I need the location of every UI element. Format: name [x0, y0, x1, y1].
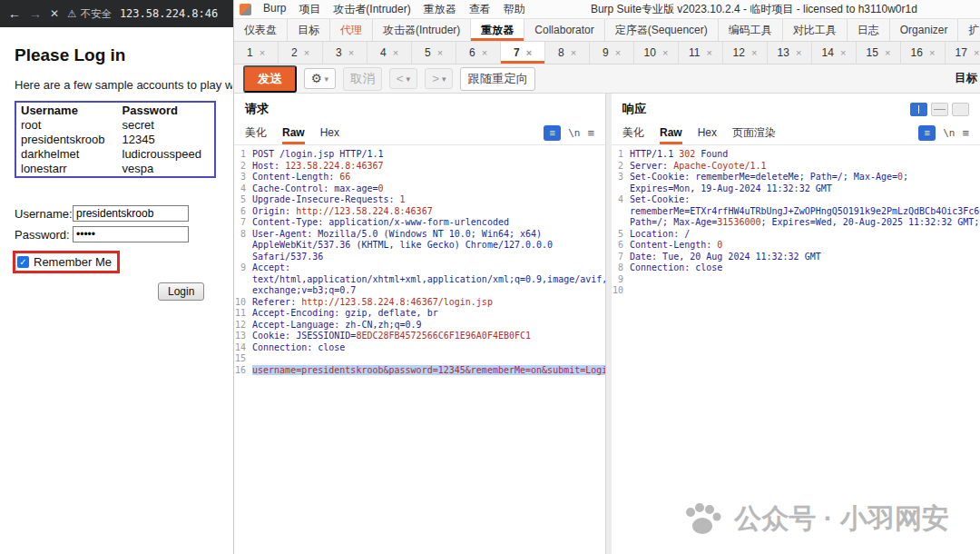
code-line[interactable]: 15: [234, 353, 605, 365]
send-button[interactable]: 发送: [243, 65, 297, 93]
repeater-tab[interactable]: 2×: [279, 42, 323, 64]
menu-item[interactable]: Burp: [257, 2, 292, 17]
password-field[interactable]: [73, 226, 189, 242]
close-tab-icon[interactable]: ×: [662, 47, 668, 58]
repeater-tab[interactable]: 15×: [857, 42, 901, 64]
close-tab-icon[interactable]: ×: [885, 47, 890, 58]
close-tab-icon[interactable]: ×: [615, 47, 621, 58]
code-line[interactable]: 6Origin: http://123.58.224.8:46367: [234, 206, 605, 218]
close-tab-icon[interactable]: ×: [260, 47, 265, 58]
main-tab[interactable]: Organizer: [890, 19, 959, 41]
menu-item[interactable]: 帮助: [497, 2, 532, 17]
repeater-tab[interactable]: 14×: [812, 42, 857, 64]
code-line[interactable]: 4Cache-Control: max-age=0: [234, 183, 605, 195]
close-tab-icon[interactable]: ×: [974, 47, 979, 58]
repeater-tab[interactable]: 13×: [768, 42, 812, 64]
editor-tab[interactable]: Raw: [660, 121, 682, 144]
repeater-tab[interactable]: 11×: [679, 42, 723, 64]
code-line[interactable]: 10Referer: http://123.58.224.8:46367/log…: [234, 297, 605, 309]
repeater-tab[interactable]: 16×: [901, 42, 946, 64]
close-tab-icon[interactable]: ×: [393, 47, 398, 58]
repeater-tab[interactable]: 12×: [723, 42, 768, 64]
code-line[interactable]: 16username=presidentskroob&password=1234…: [234, 365, 605, 377]
repeater-tab[interactable]: 1×: [234, 42, 279, 64]
main-tab[interactable]: 对比工具: [783, 19, 848, 41]
close-tab-icon[interactable]: ×: [840, 47, 846, 58]
editor-tab[interactable]: 美化: [245, 121, 267, 144]
main-tab[interactable]: 仪表盘: [234, 19, 288, 41]
code-line[interactable]: 2Server: Apache-Coyote/1.1: [612, 161, 980, 173]
request-editor[interactable]: 1POST /login.jsp HTTP/1.12Host: 123.58.2…: [234, 145, 605, 554]
code-line[interactable]: 6Content-Length: 0: [612, 240, 980, 252]
menu-item[interactable]: 重放器: [417, 2, 463, 17]
code-line[interactable]: 2Host: 123.58.224.8:46367: [234, 161, 605, 173]
code-line[interactable]: 14Connection: close: [234, 342, 605, 354]
close-tab-icon[interactable]: ×: [571, 47, 576, 58]
close-tab-icon[interactable]: ×: [437, 47, 443, 58]
repeater-tab[interactable]: 9×: [590, 42, 634, 64]
code-line[interactable]: 13Cookie: JSESSIONID=8EDC28FB4572566C6F1…: [234, 331, 605, 342]
security-warning[interactable]: ⚠ 不安全: [67, 7, 112, 21]
main-tab[interactable]: 代理: [330, 19, 373, 41]
editor-options-icon[interactable]: ≡: [544, 125, 561, 141]
main-tab[interactable]: 日志: [848, 19, 890, 41]
code-line[interactable]: 3Set-Cookie: rememberMe=deleteMe; Path=/…: [612, 172, 980, 194]
main-tab[interactable]: 重放器: [471, 19, 524, 41]
username-field[interactable]: [73, 205, 189, 222]
newline-toggle-icon[interactable]: \n: [568, 127, 580, 139]
code-line[interactable]: 4Set-Cookie: rememberMe=ETXr4rfHW4uTRbUn…: [612, 194, 980, 229]
menu-item[interactable]: 攻击者(Intruder): [327, 2, 416, 17]
editor-tab[interactable]: Hex: [698, 121, 717, 144]
code-line[interactable]: 1POST /login.jsp HTTP/1.1: [234, 149, 605, 161]
close-tab-icon[interactable]: ×: [707, 47, 712, 58]
layout-columns-icon[interactable]: [910, 103, 927, 116]
code-line[interactable]: 5Location: /: [612, 229, 980, 241]
code-line[interactable]: 10: [612, 285, 980, 297]
history-back-button[interactable]: < ▾: [389, 68, 417, 89]
address-bar[interactable]: 123.58.224.8:46: [120, 7, 225, 20]
editor-options-icon[interactable]: ≡: [918, 125, 936, 141]
repeater-tab[interactable]: 7×: [501, 42, 545, 64]
menu-item[interactable]: 查看: [463, 2, 497, 17]
layout-single-icon[interactable]: [952, 103, 969, 116]
repeater-tab[interactable]: 5×: [412, 42, 456, 64]
code-line[interactable]: 9Accept: text/html,application/xhtml+xml…: [234, 262, 605, 297]
code-line[interactable]: 3Content-Length: 66: [234, 172, 605, 183]
close-tab-icon[interactable]: ×: [482, 47, 487, 58]
editor-tab[interactable]: Raw: [282, 121, 305, 144]
main-tab[interactable]: 扩展: [958, 19, 980, 41]
main-tab[interactable]: 攻击器(Intruder): [373, 19, 471, 41]
layout-rows-icon[interactable]: [931, 103, 948, 116]
follow-redirect-button[interactable]: 跟随重定向: [460, 67, 535, 91]
code-line[interactable]: 7Date: Tue, 20 Aug 2024 11:32:32 GMT: [612, 252, 980, 263]
back-icon[interactable]: ←: [8, 6, 21, 21]
cancel-button[interactable]: 取消: [343, 67, 382, 91]
close-tab-icon[interactable]: ×: [751, 47, 757, 58]
editor-menu-icon[interactable]: ≡: [587, 126, 594, 140]
code-line[interactable]: 8Connection: close: [612, 262, 980, 274]
menu-item[interactable]: 项目: [292, 2, 327, 17]
close-tab-icon[interactable]: ×: [796, 47, 801, 58]
code-line[interactable]: 1HTTP/1.1 302 Found: [612, 149, 980, 161]
repeater-tab[interactable]: 3×: [323, 42, 368, 64]
editor-menu-icon[interactable]: ≡: [962, 126, 969, 140]
remember-checkbox[interactable]: ✓: [17, 256, 29, 268]
repeater-tab[interactable]: 10×: [634, 42, 679, 64]
editor-tab[interactable]: 美化: [622, 121, 644, 144]
close-tab-icon[interactable]: ×: [929, 47, 935, 58]
main-tab[interactable]: Collaborator: [524, 19, 604, 41]
editor-tab[interactable]: 页面渲染: [732, 121, 776, 144]
login-button[interactable]: Login: [158, 282, 204, 301]
code-line[interactable]: 8User-Agent: Mozilla/5.0 (Windows NT 10.…: [234, 229, 605, 263]
code-line[interactable]: 11Accept-Encoding: gzip, deflate, br: [234, 308, 605, 320]
repeater-tab[interactable]: 8×: [545, 42, 590, 64]
main-tab[interactable]: 目标: [288, 19, 330, 41]
close-tab-icon[interactable]: ×: [348, 47, 354, 58]
response-editor[interactable]: 1HTTP/1.1 302 Found2Server: Apache-Coyot…: [612, 145, 980, 554]
close-tab-icon[interactable]: ×: [526, 47, 532, 58]
close-tab-icon[interactable]: ×: [304, 47, 309, 58]
history-forward-button[interactable]: > ▾: [425, 68, 453, 89]
settings-button[interactable]: ⚙ ▾: [304, 68, 336, 89]
code-line[interactable]: 9: [612, 274, 980, 286]
repeater-tab[interactable]: 4×: [368, 42, 412, 64]
